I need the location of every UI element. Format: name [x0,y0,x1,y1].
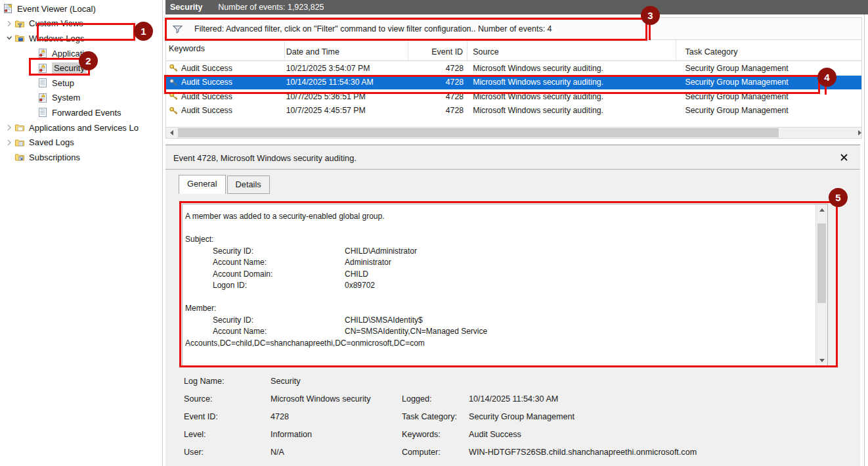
cell-task-category: Security Group Management [676,106,861,115]
tree-item-applications-services-logs[interactable]: Applications and Services Lo [0,120,162,135]
cell-event-id: 4728 [408,64,467,73]
scroll-up-button[interactable] [816,204,827,216]
member-row: Security ID:CHILD\SMSAIdentity$ [185,315,827,327]
tree-item-security[interactable]: Security [0,60,162,76]
security-log-icon [37,63,49,74]
member-row: Account Name:CN=SMSAIdentity,CN=Managed … [185,326,827,338]
property-value: Security [271,377,301,386]
cell-datetime: 10/14/2025 11:54:30 AM [285,78,409,87]
horizontal-scrollbar[interactable] [165,127,862,139]
filter-notification-bar[interactable]: Filtered: Advanced filter, click on "Fil… [165,17,862,40]
pane-divider[interactable] [162,0,163,466]
cell-source: Microsoft Windows security auditing. [467,64,676,73]
scroll-left-icon [170,130,173,135]
scroll-down-icon [819,359,825,362]
event-row-selected[interactable]: Audit Success 10/14/2025 11:54:30 AM 472… [166,76,861,90]
property-value: Information [271,430,312,439]
cell-source: Microsoft Windows security auditing. [467,106,676,115]
cell-keywords: Audit Success [181,106,232,115]
event-description-box[interactable]: A member was added to a security-enabled… [182,204,828,367]
tree-item-forwarded-events[interactable]: Forwarded Events [0,105,162,120]
cell-task-category: Security Group Management [676,92,861,101]
event-row[interactable]: Audit Success 10/7/2025 5:36:51 PM 4728 … [166,89,861,104]
tab-details[interactable]: Details [227,175,270,194]
application-log-icon [37,48,49,58]
key-icon [169,106,179,116]
tree-item-custom-views[interactable]: Custom Views [0,16,162,32]
tree-item-subscriptions[interactable]: Subscriptions [0,150,162,165]
subject-row: Security ID:CHILD\Administrator [185,246,827,258]
cell-keywords: Audit Success [181,64,232,73]
cell-datetime: 10/7/2025 4:45:57 PM [285,106,409,115]
property-value: 10/14/2025 11:54:30 AM [469,394,558,404]
tree-item-label: Setup [52,78,74,88]
cell-task-category: Security Group Management [676,64,861,73]
tree-item-event-viewer-local[interactable]: Event Viewer (Local) [0,1,162,16]
chevron-right-icon[interactable] [4,20,14,27]
subject-row: Account Domain:CHILD [185,269,827,281]
custom-views-folder-icon [14,18,26,29]
event-preview-title: Event 4728, Microsoft Windows security a… [173,153,357,163]
event-row[interactable]: Audit Success 10/7/2025 4:45:57 PM 4728 … [166,104,861,118]
chevron-right-icon[interactable] [4,124,14,131]
scrollbar-thumb[interactable] [817,223,826,303]
tree-item-setup[interactable]: Setup [0,76,162,91]
property-label: Log Name: [184,377,225,386]
filter-status-text: Filtered: Advanced filter, click on "Fil… [194,24,552,34]
chevron-right-icon[interactable] [4,139,14,146]
property-value: Audit Success [469,430,521,439]
tree-item-label: Security [52,62,87,74]
cell-keywords: Audit Success [181,92,232,101]
subject-header: Subject: [185,234,827,246]
scroll-down-button[interactable] [816,355,827,366]
tree-item-windows-logs[interactable]: Windows Logs [0,31,162,46]
property-label: Source: [184,394,212,404]
column-header-source[interactable]: Source [467,40,676,60]
property-value: WIN-HDTGF7S26SB.child.shanchanapreethi.o… [469,448,697,457]
column-header-event-id[interactable]: Event ID [408,40,467,60]
property-label: Logged: [402,394,432,404]
tree-item-label: Application [52,49,94,58]
tree-item-label: Forwarded Events [52,108,121,118]
property-value: Security Group Management [469,412,575,421]
cell-source: Microsoft Windows security auditing. [467,78,676,87]
tree-item-saved-logs[interactable]: Saved Logs [0,135,162,150]
subject-row: Account Name:Administrator [185,257,827,269]
event-row[interactable]: Audit Success 10/21/2025 3:54:07 PM 4728… [166,61,861,76]
property-value: 4728 [271,412,289,421]
vertical-scrollbar[interactable] [815,204,827,366]
property-value: N/A [271,448,284,457]
scroll-right-button[interactable] [850,128,861,138]
property-label: User: [184,448,204,457]
property-label: Keywords: [402,430,441,439]
apps-services-folder-icon [14,122,26,133]
key-icon [169,63,179,73]
property-label: Level: [184,430,206,439]
property-label: Task Category: [402,412,457,421]
close-icon[interactable] [839,152,848,162]
tree-item-application[interactable]: Application [0,46,162,61]
tree-item-label: Subscriptions [29,152,80,162]
event-viewer-icon [3,3,14,14]
tree-item-system[interactable]: System [0,91,162,106]
scrollbar-thumb[interactable] [178,128,779,137]
column-header-task-category[interactable]: Task Category [676,40,861,60]
chevron-expanded-icon[interactable] [4,35,14,41]
filter-funnel-icon [172,24,183,34]
actions-pane-divider[interactable] [864,14,865,466]
tree-item-label: Custom Views [29,18,83,28]
setup-log-icon [37,78,49,88]
log-title: Security [170,3,202,12]
events-table-header: Keywords Date and Time Event ID Source T… [166,40,861,61]
scroll-right-icon [858,130,861,135]
tab-general[interactable]: General [179,175,226,194]
column-header-date-time[interactable]: Date and Time [285,40,409,60]
blank-line [185,292,827,304]
cell-datetime: 10/7/2025 5:36:51 PM [285,92,409,101]
cell-source: Microsoft Windows security auditing. [467,92,676,101]
tree-item-label: Event Viewer (Local) [17,4,96,14]
column-header-keywords[interactable]: Keywords [166,40,285,60]
tree-item-label: Applications and Services Lo [29,123,139,133]
tree-item-label: Windows Logs [29,34,85,43]
scroll-left-button[interactable] [166,128,177,138]
